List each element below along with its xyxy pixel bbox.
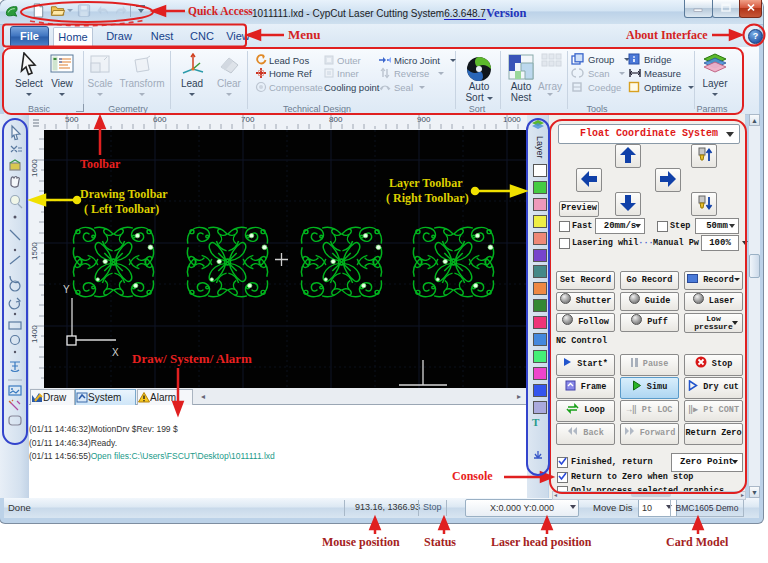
svg-text:1600: 1600 — [30, 159, 39, 177]
svg-text:1400: 1400 — [30, 325, 39, 343]
svg-text:Y: Y — [63, 284, 70, 295]
svg-text:1500: 1500 — [30, 242, 39, 260]
svg-text:X: X — [112, 347, 119, 358]
svg-text:1000: 1000 — [503, 115, 521, 124]
